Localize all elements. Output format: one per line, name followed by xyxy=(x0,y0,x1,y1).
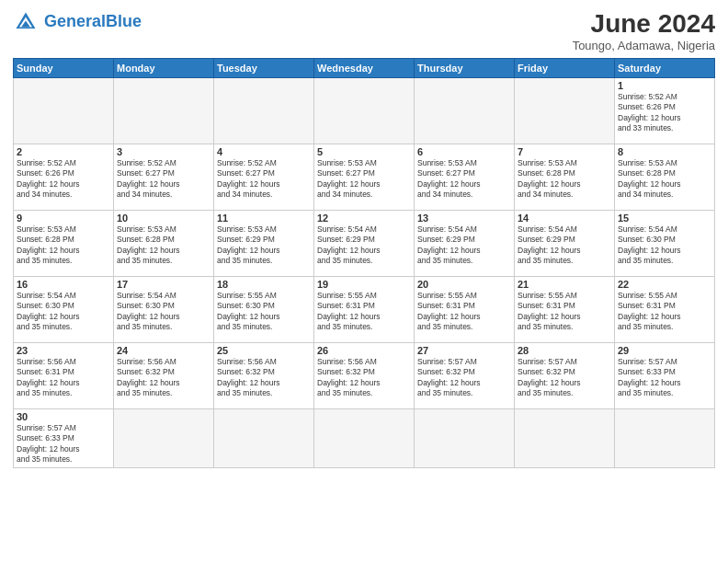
day-28: 28 Sunrise: 5:57 AMSunset: 6:32 PMDaylig… xyxy=(515,343,615,409)
empty-cell xyxy=(214,78,314,144)
logo-blue: Blue xyxy=(106,12,142,30)
day-17: 17 Sunrise: 5:54 AMSunset: 6:30 PMDaylig… xyxy=(114,277,214,343)
empty-cell xyxy=(14,78,114,144)
month-title: June 2024 xyxy=(573,9,715,39)
logo: GeneralBlue xyxy=(13,9,142,35)
week-row-2: 2 Sunrise: 5:52 AMSunset: 6:26 PMDayligh… xyxy=(14,144,715,211)
day-7: 7 Sunrise: 5:53 AMSunset: 6:28 PMDayligh… xyxy=(515,144,615,211)
day-19: 19 Sunrise: 5:55 AMSunset: 6:31 PMDaylig… xyxy=(314,277,415,343)
day-27: 27 Sunrise: 5:57 AMSunset: 6:32 PMDaylig… xyxy=(415,343,515,409)
empty-cell xyxy=(515,409,615,468)
header-sunday: Sunday xyxy=(14,59,114,78)
empty-cell xyxy=(114,78,214,144)
day-4: 4 Sunrise: 5:52 AMSunset: 6:27 PMDayligh… xyxy=(214,144,314,211)
day-6: 6 Sunrise: 5:53 AMSunset: 6:27 PMDayligh… xyxy=(415,144,515,211)
day-12: 12 Sunrise: 5:54 AMSunset: 6:29 PMDaylig… xyxy=(314,211,415,277)
day-14: 14 Sunrise: 5:54 AMSunset: 6:29 PMDaylig… xyxy=(515,211,615,277)
empty-cell xyxy=(214,409,314,468)
header-monday: Monday xyxy=(114,59,214,78)
week-row-4: 16 Sunrise: 5:54 AMSunset: 6:30 PMDaylig… xyxy=(14,277,715,343)
day-25: 25 Sunrise: 5:56 AMSunset: 6:32 PMDaylig… xyxy=(214,343,314,409)
day-1-info: Sunrise: 5:52 AMSunset: 6:26 PMDaylight:… xyxy=(618,92,711,134)
week-row-1: 1 Sunrise: 5:52 AMSunset: 6:26 PMDayligh… xyxy=(14,78,715,144)
day-1: 1 Sunrise: 5:52 AMSunset: 6:26 PMDayligh… xyxy=(615,78,715,144)
empty-cell xyxy=(515,78,615,144)
empty-cell xyxy=(114,409,214,468)
empty-cell xyxy=(314,409,415,468)
day-16: 16 Sunrise: 5:54 AMSunset: 6:30 PMDaylig… xyxy=(14,277,114,343)
header-tuesday: Tuesday xyxy=(214,59,314,78)
day-29: 29 Sunrise: 5:57 AMSunset: 6:33 PMDaylig… xyxy=(615,343,715,409)
day-10: 10 Sunrise: 5:53 AMSunset: 6:28 PMDaylig… xyxy=(114,211,214,277)
day-3: 3 Sunrise: 5:52 AMSunset: 6:27 PMDayligh… xyxy=(114,144,214,211)
day-24: 24 Sunrise: 5:56 AMSunset: 6:32 PMDaylig… xyxy=(114,343,214,409)
week-row-6: 30 Sunrise: 5:57 AMSunset: 6:33 PMDaylig… xyxy=(14,409,715,468)
day-22: 22 Sunrise: 5:55 AMSunset: 6:31 PMDaylig… xyxy=(615,277,715,343)
day-23: 23 Sunrise: 5:56 AMSunset: 6:31 PMDaylig… xyxy=(14,343,114,409)
page: GeneralBlue June 2024 Toungo, Adamawa, N… xyxy=(0,0,728,563)
day-20: 20 Sunrise: 5:55 AMSunset: 6:31 PMDaylig… xyxy=(415,277,515,343)
title-block: June 2024 Toungo, Adamawa, Nigeria xyxy=(573,9,715,52)
location-subtitle: Toungo, Adamawa, Nigeria xyxy=(573,39,715,52)
logo-text: GeneralBlue xyxy=(44,13,142,31)
day-5: 5 Sunrise: 5:53 AMSunset: 6:27 PMDayligh… xyxy=(314,144,415,211)
header-saturday: Saturday xyxy=(615,59,715,78)
calendar: Sunday Monday Tuesday Wednesday Thursday… xyxy=(13,58,715,468)
header-friday: Friday xyxy=(515,59,615,78)
logo-general: General xyxy=(44,12,106,30)
empty-cell xyxy=(415,78,515,144)
week-row-5: 23 Sunrise: 5:56 AMSunset: 6:31 PMDaylig… xyxy=(14,343,715,409)
header-wednesday: Wednesday xyxy=(314,59,415,78)
day-30: 30 Sunrise: 5:57 AMSunset: 6:33 PMDaylig… xyxy=(14,409,114,468)
day-8: 8 Sunrise: 5:53 AMSunset: 6:28 PMDayligh… xyxy=(615,144,715,211)
empty-cell xyxy=(415,409,515,468)
empty-cell xyxy=(314,78,415,144)
day-9: 9 Sunrise: 5:53 AMSunset: 6:28 PMDayligh… xyxy=(14,211,114,277)
day-2: 2 Sunrise: 5:52 AMSunset: 6:26 PMDayligh… xyxy=(14,144,114,211)
week-row-3: 9 Sunrise: 5:53 AMSunset: 6:28 PMDayligh… xyxy=(14,211,715,277)
header: GeneralBlue June 2024 Toungo, Adamawa, N… xyxy=(13,9,715,52)
logo-icon xyxy=(13,9,39,35)
empty-cell xyxy=(615,409,715,468)
day-21: 21 Sunrise: 5:55 AMSunset: 6:31 PMDaylig… xyxy=(515,277,615,343)
day-13: 13 Sunrise: 5:54 AMSunset: 6:29 PMDaylig… xyxy=(415,211,515,277)
day-15: 15 Sunrise: 5:54 AMSunset: 6:30 PMDaylig… xyxy=(615,211,715,277)
weekday-header-row: Sunday Monday Tuesday Wednesday Thursday… xyxy=(14,59,715,78)
header-thursday: Thursday xyxy=(415,59,515,78)
day-11: 11 Sunrise: 5:53 AMSunset: 6:29 PMDaylig… xyxy=(214,211,314,277)
day-18: 18 Sunrise: 5:55 AMSunset: 6:30 PMDaylig… xyxy=(214,277,314,343)
day-26: 26 Sunrise: 5:56 AMSunset: 6:32 PMDaylig… xyxy=(314,343,415,409)
